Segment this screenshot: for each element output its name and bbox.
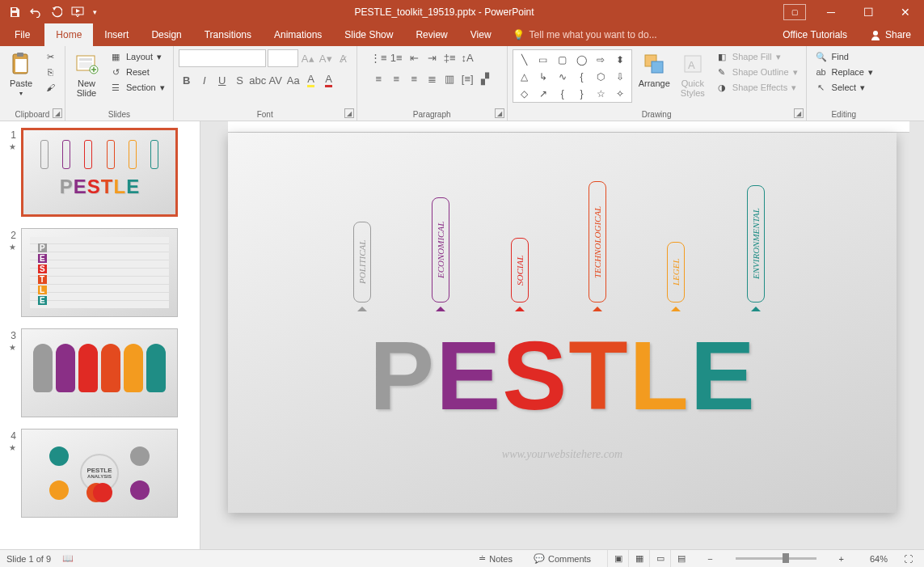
tab-view[interactable]: View: [459, 23, 503, 46]
save-button[interactable]: [5, 2, 24, 22]
layout-button[interactable]: ▦Layout ▾: [106, 49, 168, 64]
drawing-launcher[interactable]: ◢: [794, 108, 804, 118]
copy-button[interactable]: ⎘: [40, 65, 60, 79]
arrange-button[interactable]: Arrange: [635, 49, 673, 90]
tab-design[interactable]: Design: [140, 23, 192, 46]
new-slide-icon: [74, 51, 99, 77]
tab-review[interactable]: Review: [404, 23, 458, 46]
bold-button[interactable]: B: [179, 72, 195, 88]
shadow-button[interactable]: abc: [250, 72, 266, 88]
normal-view-button[interactable]: ▣: [607, 550, 628, 568]
numbering-button[interactable]: 1≡: [388, 49, 404, 66]
cursor-icon: ↖: [815, 81, 828, 94]
close-button[interactable]: ✕: [887, 0, 924, 23]
scissors-icon: ✂: [44, 50, 57, 63]
shape-fill-button[interactable]: ◧Shape Fill ▾: [712, 49, 801, 64]
underline-button[interactable]: U: [214, 72, 230, 88]
highlight-button[interactable]: A: [303, 72, 319, 88]
slide-thumbnail-4[interactable]: PESTLEANALYSIS: [21, 429, 178, 518]
slide-thumbnail-1[interactable]: PESTLE: [21, 128, 178, 217]
tab-home[interactable]: Home: [44, 23, 93, 46]
indent-dec-button[interactable]: ⇤: [406, 49, 422, 66]
work-area: 1★ PESTLE 2★ PESTLE 3★: [0, 121, 924, 549]
start-slideshow-button[interactable]: [68, 2, 87, 22]
font-size-select[interactable]: [268, 49, 298, 67]
minimize-button[interactable]: ─: [812, 0, 850, 23]
italic-button[interactable]: I: [196, 72, 213, 88]
thumb-number-2: 2★: [5, 228, 16, 317]
fit-to-window-button[interactable]: ⛶: [899, 550, 918, 567]
align-right-button[interactable]: ≡: [406, 70, 422, 87]
slide-editor-area[interactable]: PESTLE POLITICAL.bubble:nth-of-type(1)::…: [200, 121, 924, 549]
section-button[interactable]: ☰Section ▾: [106, 80, 168, 95]
align-left-button[interactable]: ≡: [370, 70, 386, 87]
strike-button[interactable]: S: [232, 72, 248, 88]
zoom-level[interactable]: 64%: [860, 554, 888, 564]
align-text-button[interactable]: [≡]: [459, 70, 475, 87]
bubble-environmental: ENVIRONMENTAL: [747, 185, 765, 303]
slide-thumbnail-3[interactable]: [21, 328, 178, 417]
decrease-font-button[interactable]: A▾: [318, 50, 334, 66]
tab-slideshow[interactable]: Slide Show: [333, 23, 404, 46]
zoom-slider[interactable]: [736, 557, 816, 560]
comments-button[interactable]: 💬Comments: [529, 550, 596, 567]
increase-font-button[interactable]: A▴: [300, 50, 316, 66]
sorter-view-button[interactable]: ▦: [628, 550, 649, 568]
maximize-button[interactable]: ☐: [850, 0, 887, 23]
text-direction-button[interactable]: ↕A: [459, 49, 475, 66]
share-button[interactable]: Share: [862, 23, 919, 46]
slide-canvas[interactable]: PESTLE POLITICAL.bubble:nth-of-type(1)::…: [228, 133, 897, 513]
format-painter-button[interactable]: 🖌: [40, 80, 60, 95]
clipboard-launcher[interactable]: ◢: [53, 108, 62, 118]
font-launcher[interactable]: ◢: [344, 108, 354, 118]
quick-styles-button[interactable]: A Quick Styles: [677, 49, 709, 99]
tab-animations[interactable]: Animations: [263, 23, 333, 46]
notes-button[interactable]: ≐Notes: [474, 550, 517, 567]
paragraph-launcher[interactable]: ◢: [495, 108, 504, 118]
spellcheck-icon[interactable]: 📖: [62, 553, 74, 564]
cut-button[interactable]: ✂: [40, 49, 60, 64]
columns-button[interactable]: ▥: [441, 70, 458, 87]
slideshow-view-button[interactable]: ▤: [670, 550, 691, 568]
paste-button[interactable]: Paste▾: [5, 49, 37, 99]
clear-format-button[interactable]: A̷: [335, 50, 352, 66]
shapes-gallery[interactable]: ╲▭▢◯⇨⬍ △↳∿{⬡⇩ ◇↗{}☆✧: [513, 49, 632, 103]
qat-customize-button[interactable]: ▾: [89, 2, 100, 22]
font-family-select[interactable]: [179, 49, 266, 67]
find-button[interactable]: 🔍Find: [812, 49, 876, 64]
case-button[interactable]: Aa: [285, 72, 302, 88]
thumb-number-1: 1★: [5, 128, 16, 217]
shape-outline-button[interactable]: ✎Shape Outline ▾: [712, 65, 801, 79]
slide-thumbnail-2[interactable]: PESTLE: [21, 228, 178, 317]
zoom-out-button[interactable]: −: [702, 550, 717, 567]
smartart-button[interactable]: ▞: [477, 70, 493, 87]
ribbon-display-options-button[interactable]: ▢: [783, 4, 806, 20]
animation-star-icon: ★: [9, 142, 16, 151]
select-label: Select: [832, 83, 857, 92]
line-spacing-button[interactable]: ‡≡: [441, 49, 458, 66]
tab-file[interactable]: File: [0, 23, 44, 46]
reading-view-button[interactable]: ▭: [649, 550, 670, 568]
spacing-button[interactable]: AV: [268, 72, 284, 88]
replace-button[interactable]: abReplace ▾: [812, 65, 876, 79]
slide-thumbnails-panel[interactable]: 1★ PESTLE 2★ PESTLE 3★: [0, 121, 200, 549]
bullets-button[interactable]: ⋮≡: [370, 49, 386, 66]
tab-transitions[interactable]: Transitions: [193, 23, 263, 46]
shape-fill-label: Shape Fill: [732, 52, 772, 61]
select-button[interactable]: ↖Select ▾: [812, 80, 876, 95]
new-slide-button[interactable]: New Slide: [70, 49, 103, 99]
undo-button[interactable]: [26, 2, 45, 22]
shape-effects-button[interactable]: ◑Shape Effects ▾: [712, 80, 801, 95]
justify-button[interactable]: ≣: [424, 70, 440, 87]
group-slides: New Slide ▦Layout ▾ ↺Reset ☰Section ▾ Sl…: [65, 46, 174, 121]
office-tutorials-link[interactable]: Office Tutorials: [771, 29, 859, 40]
font-color-button[interactable]: A: [321, 72, 337, 88]
redo-button[interactable]: [47, 2, 66, 22]
reset-button[interactable]: ↺Reset: [106, 65, 168, 79]
align-center-button[interactable]: ≡: [388, 70, 404, 87]
thumb-number-3: 3★: [5, 328, 16, 417]
tell-me-search[interactable]: 💡 Tell me what you want to do...: [503, 23, 772, 46]
tab-insert[interactable]: Insert: [93, 23, 140, 46]
zoom-in-button[interactable]: +: [834, 550, 849, 567]
indent-inc-button[interactable]: ⇥: [424, 49, 440, 66]
